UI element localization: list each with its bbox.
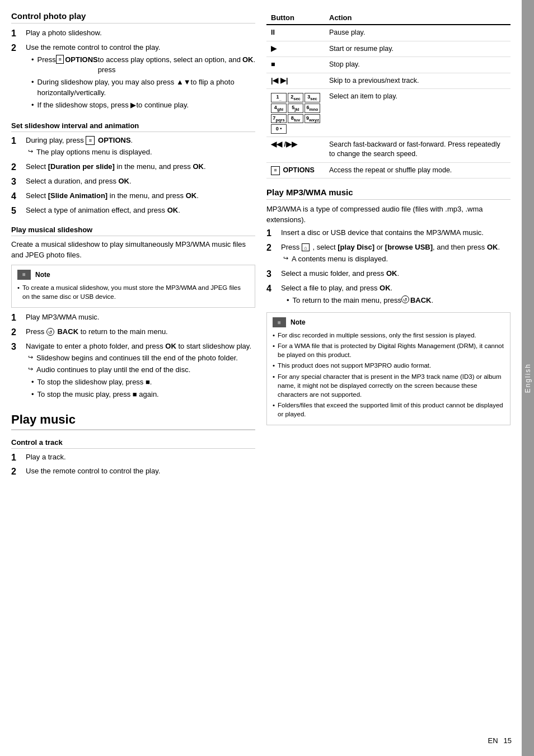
num-grid: 1_ 2sec 3sec 4ghi 5jkl 6mno 7pqrs 8tuv 9…	[271, 93, 320, 123]
note-box: Note To create a musical slideshow, you …	[11, 265, 255, 308]
list-item: 1 Insert a disc or USB device that conta…	[266, 228, 510, 240]
list-item: 1 Play a photo slideshow.	[11, 28, 255, 40]
list-item: 2 Press ⌂ , select [play Disc] or [brows…	[266, 242, 510, 266]
bullet-item: If the slideshow stops, press ▶to contin…	[31, 100, 255, 110]
arrow-item: ↪ Slideshow begins and continues till th…	[26, 353, 255, 363]
num-btn-7: 7pqrs	[271, 114, 287, 124]
section-play-mp3: Play MP3/WMA music MP3/WMA is a type of …	[266, 187, 510, 425]
section-heading-slideshow: Set slideshow interval and animation	[11, 121, 255, 132]
note-item: To create a musical slideshow, you must …	[17, 283, 249, 301]
mp3-list: 1 Insert a disc or USB device that conta…	[266, 228, 510, 308]
note-list: To create a musical slideshow, you must …	[17, 283, 249, 301]
list-item: 4 Select [Slide Animation] in the menu, …	[11, 191, 255, 203]
note-item: This product does not support MP3PRO aud…	[273, 361, 504, 370]
arrow-text: A contents menu is displayed.	[292, 254, 388, 264]
button-cell: ▶	[266, 41, 325, 57]
num-btn-5: 5jkl	[288, 104, 303, 113]
slideshow-list: 1 During play, press ≡ OPTIONS. ↪ The pl…	[11, 135, 255, 217]
options-icon: ≡	[86, 136, 95, 145]
button-cell: ◀◀ /▶▶	[266, 137, 325, 162]
note-header: Note	[273, 317, 504, 327]
num-btn-6: 6mno	[305, 104, 320, 113]
section-play-music: Play music Control a track 1 Play a trac…	[11, 412, 255, 478]
sub-bullet-list: To return to the main menu, press ↺ BACK…	[281, 295, 510, 306]
list-item: 5 Select a type of animation effect, and…	[11, 205, 255, 217]
list-item: 2 Select [Duration per slide] in the men…	[11, 162, 255, 173]
en-label: EN	[488, 736, 498, 745]
action-cell: Stop play.	[325, 57, 510, 73]
note-icon	[17, 270, 31, 280]
button-action-table: Button Action II Pause play. ▶ Start or …	[266, 11, 510, 179]
play-mp3-heading: Play MP3/WMA music	[266, 187, 510, 200]
table-row: ■ Stop play.	[266, 57, 510, 73]
list-item: 2 Use the remote control to control the …	[11, 43, 255, 112]
list-item: 1 Play a track.	[11, 452, 255, 464]
item-text: Play MP3/WMA music.	[26, 312, 255, 322]
home-icon: ⌂	[302, 243, 310, 251]
back-circle-icon: ↺	[46, 328, 54, 336]
item-text: Play a track.	[26, 452, 255, 462]
action-cell: Pause play.	[325, 25, 510, 41]
control-track-list: 1 Play a track. 2 Use the remote control…	[11, 452, 255, 478]
back-circle-icon: ↺	[401, 295, 409, 303]
list-item: 4 Select a file to play, and press OK. T…	[266, 283, 510, 308]
button-cell: ■	[266, 57, 325, 73]
bullet-item: Press ≡ OPTIONS to access play options, …	[31, 55, 255, 75]
note-item: For disc recorded in multiple sessions, …	[273, 331, 504, 340]
note-icon	[273, 317, 286, 327]
action-cell: Skip to a previous/next track.	[325, 73, 510, 89]
num-btn-0: 0 •	[271, 124, 287, 134]
arrow-item: ↪ A contents menu is displayed.	[281, 254, 510, 264]
num-btn-1: 1_	[271, 93, 287, 102]
bullet-item: During slideshow play, you may also pres…	[31, 77, 255, 97]
num-btn-9: 9wxyz	[305, 114, 320, 124]
side-tab-label: English	[524, 363, 532, 393]
table-row: ▶ Start or resume play.	[266, 41, 510, 57]
mp3-note-list: For disc recorded in multiple sessions, …	[273, 331, 504, 419]
arrow-text: The play options menu is displayed.	[36, 147, 152, 157]
note-item: For any special character that is presen…	[273, 372, 504, 399]
bullet-item: To stop the music play, press ■ again.	[31, 389, 255, 400]
section-control-photo-play: Control photo play 1 Play a photo slides…	[11, 11, 255, 112]
bullet-item: To stop the slideshow play, press ■.	[31, 377, 255, 387]
action-cell: Search fast-backward or fast-forward. Pr…	[325, 137, 510, 162]
table-header-action: Action	[325, 11, 510, 25]
options-icon: ≡	[271, 166, 280, 175]
num-btn-3: 3sec	[305, 93, 320, 102]
item-text: Use the remote control to control the pl…	[26, 466, 255, 476]
options-icon: ≡	[56, 55, 64, 64]
list-item: 1 Play MP3/WMA music.	[11, 312, 255, 324]
list-item: 1 During play, press ≡ OPTIONS. ↪ The pl…	[11, 135, 255, 159]
control-photo-list: 1 Play a photo slideshow. 2 Use the remo…	[11, 28, 255, 112]
musical-intro: Create a musical slideshow to play simul…	[11, 240, 255, 260]
table-row: ≡ OPTIONS Access the repeat or shuffle p…	[266, 162, 510, 179]
list-item: 3 Navigate to enter a photo folder, and …	[11, 341, 255, 402]
table-row: 1_ 2sec 3sec 4ghi 5jkl 6mno 7pqrs 8tuv 9…	[266, 89, 510, 137]
musical-list: 1 Play MP3/WMA music. 2 Press ↺ BACK to …	[11, 312, 255, 402]
button-cell-options: ≡ OPTIONS	[266, 162, 325, 179]
table-header-button: Button	[266, 11, 325, 25]
arrow-text-2: Audio continues to play until the end of…	[36, 365, 190, 375]
control-track-heading: Control a track	[11, 438, 255, 449]
section-musical-slideshow: Play musical slideshow Create a musical …	[11, 226, 255, 402]
right-column: Button Action II Pause play. ▶ Start or …	[266, 11, 510, 745]
button-cell: |◀ ▶|	[266, 73, 325, 89]
left-column: Control photo play 1 Play a photo slides…	[11, 11, 255, 745]
note-box-mp3: Note For disc recorded in multiple sessi…	[266, 312, 510, 425]
side-tab: English	[522, 0, 534, 756]
list-item: 2 Use the remote control to control the …	[11, 466, 255, 478]
note-item: Folders/files that exceed the supported …	[273, 401, 504, 419]
num-btn-2: 2sec	[288, 93, 303, 102]
bullet-item: To return to the main menu, press ↺ BACK…	[287, 295, 510, 306]
note-label: Note	[35, 271, 50, 279]
page-number: 15	[504, 736, 512, 745]
arrow-text: Slideshow begins and continues till the …	[36, 353, 238, 363]
item-text: Use the remote control to control the pl…	[26, 43, 160, 51]
num-btn-4: 4ghi	[271, 104, 287, 113]
list-item: 3 Select a music folder, and press OK.	[266, 269, 510, 280]
table-row: |◀ ▶| Skip to a previous/next track.	[266, 73, 510, 89]
section-heading-musical: Play musical slideshow	[11, 226, 255, 236]
note-header: Note	[17, 270, 249, 280]
arrow-item: ↪ The play options menu is displayed.	[26, 147, 255, 157]
button-cell: II	[266, 25, 325, 41]
